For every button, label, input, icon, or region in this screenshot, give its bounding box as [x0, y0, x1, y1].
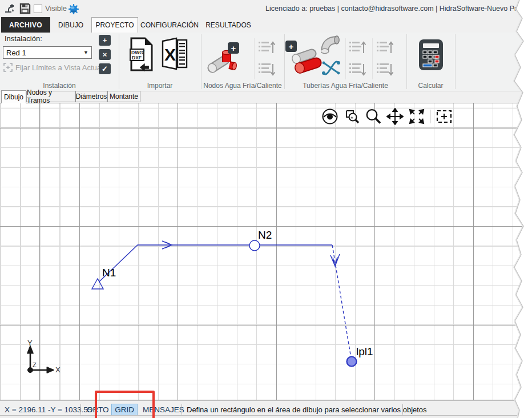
status-message: Defina un rectángulo en el área de dibuj… [187, 405, 427, 414]
confirm-installation-button[interactable]: ✓ [99, 63, 111, 74]
add-installation-button[interactable]: + [99, 35, 111, 46]
ribbon-tab-proyecto[interactable]: PROYECTO [91, 17, 138, 33]
crossing-pipes-icon[interactable] [320, 57, 342, 79]
red-highlight-annotation [95, 391, 155, 418]
add-node-plus-badge: + [228, 42, 239, 54]
segment-list-up-icon[interactable] [376, 39, 394, 57]
instalacion-dropdown[interactable]: Red 1 ▼ [3, 46, 92, 59]
tuberias-group-label: Tuberías Agua Fría/Caliente [284, 82, 406, 90]
excel-letter: X [164, 45, 176, 64]
instalacion-field-label: Instalación: [5, 34, 42, 43]
calculate-button[interactable] [418, 39, 444, 71]
nodos-group-label: Nodos Agua Fría/Caliente [201, 82, 284, 90]
dwg-label-line2: DXF [132, 55, 142, 61]
node-label-lpl1: lpl1 [356, 345, 373, 358]
flow-arrow-down-icon [331, 254, 340, 266]
ucs-axis-icon [27, 345, 55, 373]
axis-x-label: X [55, 365, 61, 374]
fit-limits-icon [3, 63, 13, 72]
ribbon-tab-dibujo[interactable]: DIBUJO [50, 17, 91, 33]
instalacion-dropdown-value: Red 1 [6, 49, 26, 57]
node-list-down-icon[interactable] [257, 61, 276, 78]
axis-y-label: Y [27, 339, 33, 347]
node-n1-symbol[interactable] [92, 279, 103, 289]
doc-tab-dibujo[interactable]: Dibujo [1, 90, 26, 103]
pipe-n2-lpl1[interactable] [332, 245, 352, 361]
chevron-down-icon: ▼ [83, 50, 88, 55]
layers-gear-icon[interactable] [68, 3, 79, 15]
ribbon-tab-configuracion[interactable]: CONFIGURACIÓN [138, 17, 201, 33]
app-window: Visible Licenciado a: pruebas | contacto… [0, 0, 532, 418]
pipe-list-up-icon[interactable] [348, 39, 366, 57]
doc-tab-nodos-tramos[interactable]: Nodos y Tramos [26, 91, 75, 102]
node-n2-symbol[interactable] [249, 240, 260, 251]
calcular-group-label: Calcular [406, 82, 455, 90]
doc-tab-diametros[interactable]: Diámetros [75, 91, 107, 102]
save-icon[interactable] [19, 3, 31, 14]
cursor-coordinates: X = 2196.11 -Y = 1033.55 [5, 405, 92, 414]
delete-installation-button[interactable]: × [99, 49, 111, 60]
elbow-fitting-icon[interactable] [321, 35, 342, 54]
add-pipe-icon[interactable] [289, 49, 322, 76]
import-dwg-dxf-button[interactable]: DWG/ DXF [128, 37, 154, 72]
segment-list-down-icon[interactable] [376, 61, 394, 78]
pipe-list-down-icon[interactable] [348, 61, 366, 78]
ribbon-tab-resultados[interactable]: RESULTADOS [201, 17, 256, 33]
node-label-n1: N1 [102, 267, 116, 279]
fit-limits-label: Fijar Límites a Vista Actual [15, 63, 103, 72]
node-list-up-icon[interactable] [257, 39, 276, 57]
importar-group-label: Importar [119, 82, 201, 90]
visible-checkbox[interactable] [34, 5, 42, 13]
node-lpl1-symbol[interactable] [347, 357, 357, 367]
faucet-icon [3, 4, 14, 14]
ribbon-tab-archivo[interactable]: ARCHIVO [1, 17, 50, 33]
visible-label: Visible [45, 4, 67, 13]
fit-limits-button[interactable]: Fijar Límites a Vista Actual [3, 63, 103, 72]
ribbon: Instalación: Red 1 ▼ Fijar Límites a Vis… [0, 33, 532, 91]
title-bar: Visible Licenciado a: pruebas | contacto… [0, 0, 532, 17]
license-text: Licenciado a: pruebas | contacto@hidraso… [265, 5, 522, 13]
drawing-canvas[interactable]: Y X Z N1 N2 lpl1 [0, 103, 532, 400]
axis-z-label: Z [33, 361, 37, 368]
node-label-n2: N2 [258, 229, 272, 242]
statusbar-bottom-border [0, 415, 532, 416]
pipe-network: Y X Z [0, 103, 531, 400]
doc-tab-montante[interactable]: Montante [107, 91, 140, 102]
pipe-n1-n2[interactable] [99, 245, 332, 282]
import-excel-button[interactable]: X [161, 37, 188, 71]
